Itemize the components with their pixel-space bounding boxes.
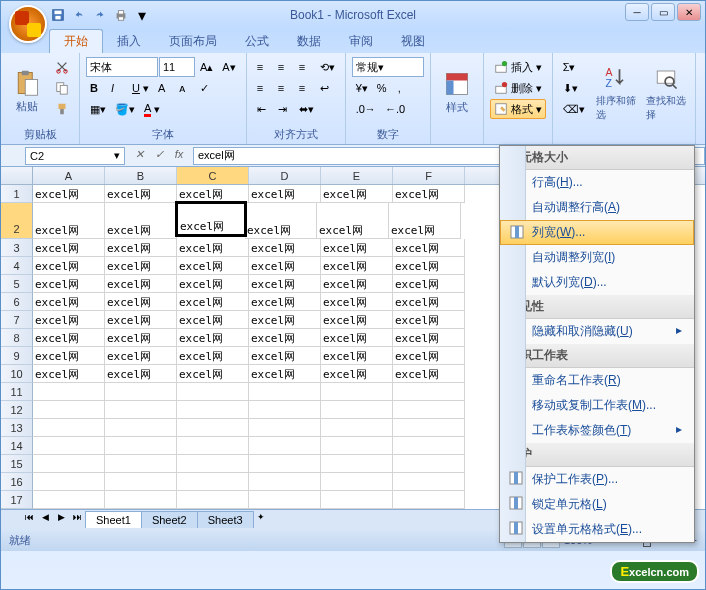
menu-item[interactable]: 设置单元格格式(E)... — [500, 517, 694, 542]
menu-item[interactable]: 自动调整行高(A) — [500, 195, 694, 220]
delete-cells-button[interactable]: 删除▾ — [490, 78, 546, 98]
sheet-tab[interactable]: Sheet1 — [85, 511, 142, 528]
office-button[interactable] — [9, 5, 47, 43]
cell[interactable]: excel网 — [33, 185, 105, 203]
row-header[interactable]: 5 — [1, 275, 33, 293]
align-right-icon[interactable]: ≡ — [295, 78, 315, 98]
cell[interactable] — [393, 437, 465, 455]
cell[interactable]: excel网 — [105, 365, 177, 383]
cell[interactable]: excel网 — [249, 365, 321, 383]
cell[interactable]: excel网 — [249, 257, 321, 275]
row-header[interactable]: 3 — [1, 239, 33, 257]
column-header[interactable]: E — [321, 167, 393, 184]
cell[interactable] — [177, 455, 249, 473]
decrease-font-icon[interactable]: A▾ — [218, 57, 239, 77]
sheet-nav-last-icon[interactable]: ⏭ — [69, 512, 85, 528]
cell[interactable] — [105, 491, 177, 509]
insert-function-icon[interactable]: fx — [171, 148, 187, 164]
cell[interactable] — [321, 473, 393, 491]
cell[interactable]: excel网 — [393, 347, 465, 365]
cell[interactable]: excel网 — [393, 185, 465, 203]
cell[interactable]: excel网 — [317, 203, 389, 239]
cell[interactable] — [105, 401, 177, 419]
maximize-button[interactable]: ▭ — [651, 3, 675, 21]
format-painter-icon[interactable] — [51, 99, 73, 119]
font-name-combo[interactable]: 宋体 — [86, 57, 158, 77]
cell[interactable]: excel网 — [249, 275, 321, 293]
cell[interactable] — [177, 419, 249, 437]
cell[interactable] — [33, 437, 105, 455]
font-increase-alt-icon[interactable]: A — [154, 78, 174, 98]
find-select-button[interactable]: 查找和选择 — [643, 57, 689, 128]
menu-item[interactable]: 隐藏和取消隐藏(U)▸ — [500, 319, 694, 344]
cell[interactable] — [33, 491, 105, 509]
menu-item[interactable]: 锁定单元格(L) — [500, 492, 694, 517]
decrease-decimal-icon[interactable]: ←.0 — [381, 99, 409, 119]
fill-color-icon[interactable]: 🪣▾ — [111, 99, 139, 119]
cell[interactable]: excel网 — [321, 293, 393, 311]
ribbon-tab[interactable]: 开始 — [49, 29, 103, 53]
cell[interactable]: excel网 — [177, 311, 249, 329]
cell[interactable]: excel网 — [33, 329, 105, 347]
redo-icon[interactable] — [91, 6, 109, 24]
increase-indent-icon[interactable]: ⇥ — [274, 99, 294, 119]
menu-item[interactable]: 行高(H)... — [500, 170, 694, 195]
sheet-nav-next-icon[interactable]: ▶ — [53, 512, 69, 528]
row-header[interactable]: 14 — [1, 437, 33, 455]
sheet-nav-first-icon[interactable]: ⏮ — [21, 512, 37, 528]
cell[interactable] — [177, 401, 249, 419]
cell[interactable]: excel网 — [393, 293, 465, 311]
name-box[interactable]: C2▾ — [25, 147, 125, 165]
cell[interactable] — [33, 401, 105, 419]
row-header[interactable]: 11 — [1, 383, 33, 401]
cell[interactable]: excel网 — [177, 239, 249, 257]
cell[interactable]: excel网 — [245, 203, 317, 239]
cell[interactable]: excel网 — [249, 239, 321, 257]
print-icon[interactable] — [112, 6, 130, 24]
cell[interactable]: excel网 — [105, 293, 177, 311]
cell[interactable] — [321, 383, 393, 401]
cell[interactable]: excel网 — [175, 201, 247, 237]
cell[interactable]: excel网 — [177, 257, 249, 275]
row-header[interactable]: 1 — [1, 185, 33, 203]
cell[interactable]: excel网 — [105, 257, 177, 275]
cell[interactable]: excel网 — [105, 275, 177, 293]
ribbon-tab[interactable]: 页面布局 — [155, 30, 231, 53]
cell[interactable] — [105, 383, 177, 401]
row-header[interactable]: 4 — [1, 257, 33, 275]
cell[interactable] — [249, 455, 321, 473]
qat-customize-icon[interactable]: ▾ — [133, 6, 151, 24]
row-header[interactable]: 10 — [1, 365, 33, 383]
cell[interactable] — [105, 455, 177, 473]
cell[interactable]: excel网 — [33, 239, 105, 257]
cell[interactable]: excel网 — [177, 329, 249, 347]
sort-filter-button[interactable]: AZ 排序和筛选 — [593, 57, 639, 128]
cell[interactable]: excel网 — [33, 275, 105, 293]
ribbon-tab[interactable]: 审阅 — [335, 30, 387, 53]
cell[interactable]: excel网 — [105, 239, 177, 257]
cell[interactable]: excel网 — [33, 365, 105, 383]
cell[interactable]: excel网 — [321, 275, 393, 293]
cell[interactable] — [33, 419, 105, 437]
font-color-icon[interactable]: A▾ — [140, 99, 164, 119]
cell[interactable] — [249, 419, 321, 437]
save-icon[interactable] — [49, 6, 67, 24]
cell[interactable] — [321, 491, 393, 509]
cell[interactable]: excel网 — [249, 329, 321, 347]
menu-item[interactable]: 工作表标签颜色(T)▸ — [500, 418, 694, 443]
row-header[interactable]: 8 — [1, 329, 33, 347]
paste-button[interactable]: 粘贴 — [7, 57, 47, 125]
cell[interactable] — [393, 473, 465, 491]
cell[interactable] — [105, 419, 177, 437]
row-header[interactable]: 17 — [1, 491, 33, 509]
menu-item[interactable]: 自动调整列宽(I) — [500, 245, 694, 270]
cell[interactable]: excel网 — [105, 203, 177, 239]
cell[interactable]: excel网 — [249, 347, 321, 365]
column-header[interactable]: F — [393, 167, 465, 184]
wrap-text-icon[interactable]: ↩ — [316, 78, 336, 98]
font-size-combo[interactable]: 11 — [159, 57, 195, 77]
cell[interactable]: excel网 — [33, 311, 105, 329]
cell[interactable]: excel网 — [105, 347, 177, 365]
cell[interactable]: excel网 — [105, 185, 177, 203]
cell[interactable] — [105, 437, 177, 455]
